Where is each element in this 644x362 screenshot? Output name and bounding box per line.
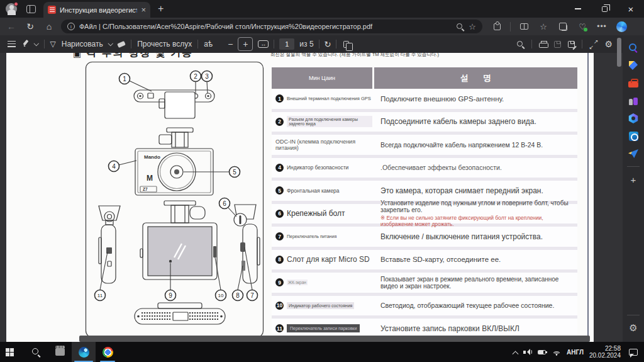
gear-icon	[629, 322, 637, 334]
pdf-viewer[interactable]: 각 부의 명칭 및 기능 최신은 설물의 액을 수 있습니다. (제품 가이드별…	[0, 53, 623, 342]
fullscreen-icon[interactable]	[589, 40, 597, 48]
reload-button[interactable]	[23, 19, 38, 34]
zoom-out-button[interactable]	[228, 39, 233, 49]
zoom-icon[interactable]	[456, 23, 464, 31]
settings-more-button[interactable]	[594, 19, 610, 34]
part-desc-cell: Включение / выключение питания устройств…	[372, 227, 577, 247]
taskbar-chrome-app[interactable]	[96, 342, 119, 362]
divider	[582, 40, 582, 48]
window-controls	[565, 0, 644, 18]
part-description: Вставьте SD-карту, отсоедините ее.	[380, 256, 577, 263]
tab-close-icon[interactable]	[141, 6, 146, 14]
battery-icon[interactable]	[538, 350, 546, 354]
zoom-in-button[interactable]	[238, 37, 253, 51]
sidebar-add-button[interactable]	[623, 171, 644, 188]
section-icon	[73, 53, 82, 59]
restore-button[interactable]	[591, 0, 618, 18]
add-text-button[interactable]: аѣ	[204, 40, 213, 48]
callout-4: 4	[112, 163, 116, 170]
table-row: 4Индикатор безопасности.Обеспечивает эфф…	[272, 158, 577, 181]
page-number-input[interactable]: 1	[279, 38, 294, 50]
read-aloud-button[interactable]: Прочесть вслух	[137, 40, 192, 48]
sidebar-search-button[interactable]	[623, 39, 644, 57]
chevron-down-icon[interactable]	[108, 41, 113, 46]
sidebar-tools-button[interactable]	[623, 74, 644, 92]
favorite-star-icon[interactable]	[469, 22, 476, 31]
minimize-button[interactable]	[565, 0, 591, 18]
pdf-page: 각 부의 명칭 및 기능 최신은 설물의 액을 수 있습니다. (제품 가이드별…	[6, 53, 594, 342]
sidebar-m365-button[interactable]	[623, 110, 644, 127]
sidebar-games-button[interactable]	[623, 92, 644, 110]
system-tray: АНГЛ 22:58 20.02.2024	[513, 345, 644, 359]
close-button[interactable]	[618, 0, 644, 18]
profile-avatar[interactable]	[6, 3, 17, 14]
browser-tab[interactable]: Инструкция видеорегистратор	[43, 2, 150, 18]
favorites-icon	[540, 22, 547, 31]
start-button[interactable]	[0, 342, 24, 362]
part-name-label: ЖК-экран	[287, 280, 308, 285]
action-center-icon[interactable]	[629, 349, 638, 356]
draw-icon[interactable]	[50, 40, 56, 48]
part-desc-cell: .Обеспечивает эффекты безопасности.	[372, 158, 577, 178]
taskbar-edge-app[interactable]	[72, 342, 96, 362]
tab-title: Инструкция видеорегистратор	[60, 6, 137, 14]
tab-layout-icon[interactable]	[26, 5, 36, 13]
sidebar-shopping-button[interactable]	[623, 57, 644, 74]
home-button[interactable]	[42, 19, 57, 34]
browser-essentials-button[interactable]	[574, 19, 591, 34]
search-document-icon[interactable]	[516, 40, 525, 48]
scrollbar-thumb[interactable]	[617, 38, 621, 67]
page-view-icon[interactable]	[343, 41, 349, 48]
print-icon[interactable]	[539, 41, 547, 48]
divider	[627, 315, 640, 315]
extensions-button[interactable]	[489, 19, 505, 34]
callout-number-badge: 5	[275, 186, 284, 195]
rotate-icon[interactable]	[325, 40, 331, 49]
callout-2: 2	[194, 73, 197, 80]
clock[interactable]: 22:58 20.02.2024	[589, 345, 621, 359]
table-row: 10Индикатор рабочего состоянияСветодиод,…	[272, 296, 577, 319]
wifi-icon[interactable]	[552, 349, 561, 356]
address-bar[interactable]: ФАйл | C/Пользователи/Acer%20Aspire/Рабо…	[61, 20, 482, 33]
heading-note: 최신은 설물의 액을 수 있습니다. (제품 가이드별 TM 제도없이 다를 수…	[270, 53, 439, 58]
plus-icon	[631, 174, 636, 185]
table-row: 7Переключатель питанияВключение / выключ…	[272, 227, 577, 250]
draw-button[interactable]: Нарисовать	[62, 40, 103, 48]
sidebar-outlook-button[interactable]	[623, 127, 644, 145]
part-description: Это камера, которая снимает передний экр…	[380, 186, 577, 195]
restore-icon	[602, 6, 608, 12]
save-as-icon[interactable]	[568, 41, 575, 48]
part-name-cell: 7Переключатель питания	[272, 227, 372, 247]
sidebar-settings-button[interactable]	[623, 319, 644, 337]
table-of-contents-icon[interactable]	[8, 41, 16, 47]
titlebar: Инструкция видеорегистратор	[0, 0, 644, 18]
pdf-settings-icon[interactable]	[604, 39, 613, 49]
taskbar-search-button[interactable]	[24, 342, 48, 362]
new-tab-button[interactable]	[158, 4, 164, 14]
eraser-icon[interactable]	[117, 40, 126, 47]
fit-to-width-icon[interactable]	[258, 40, 269, 48]
split-screen-button[interactable]	[516, 19, 532, 34]
favorites-button[interactable]	[535, 19, 552, 34]
callout-number-badge: 10	[275, 302, 284, 310]
taskbar-media-app[interactable]	[48, 342, 72, 362]
copilot-button[interactable]	[613, 19, 630, 34]
navbar-actions	[489, 19, 630, 34]
divider	[531, 40, 532, 48]
callout-number-badge: 1	[275, 94, 284, 103]
info-icon[interactable]	[67, 23, 75, 30]
chevron-down-icon[interactable]	[34, 41, 39, 46]
hidden-icons-chevron-icon[interactable]	[513, 351, 519, 357]
language-indicator[interactable]: АНГЛ	[567, 349, 584, 356]
back-button[interactable]	[4, 19, 19, 34]
collections-button[interactable]	[555, 19, 571, 34]
save-icon[interactable]	[554, 41, 561, 48]
part-name-cell: 8Слот для карт Micro SD	[272, 250, 372, 270]
url-text[interactable]: ФАйл | C/Пользователи/Acer%20Aspire/Рабо…	[79, 23, 452, 30]
browser-window: Инструкция видеорегистратор ФАйл | C/Пол…	[0, 0, 644, 362]
volume-icon[interactable]	[523, 348, 532, 356]
highlighter-icon[interactable]	[21, 40, 29, 48]
part-description: Установите запись парковки ВКЛ/ВЫКЛ	[380, 324, 577, 333]
part-desc-cell: Светодиод, отображающий текущее рабочее …	[372, 296, 577, 316]
sidebar-drop-button[interactable]	[623, 145, 644, 162]
